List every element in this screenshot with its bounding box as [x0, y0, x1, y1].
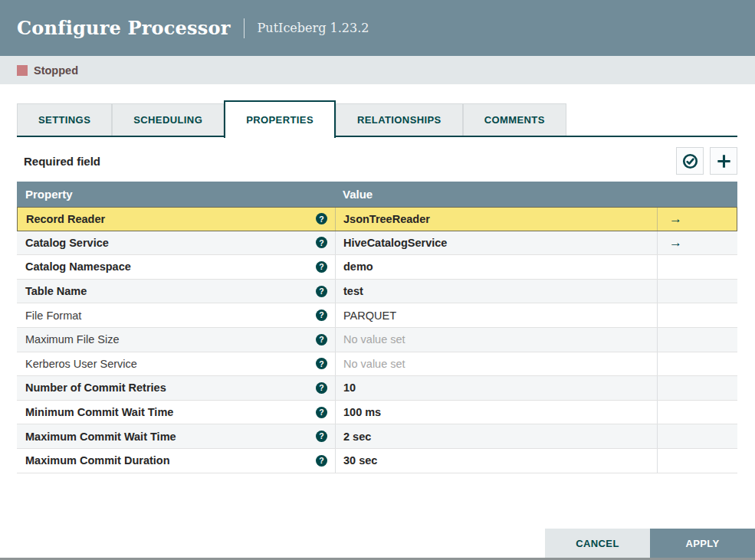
table-row[interactable]: Kerberos User Service?No value set [17, 352, 737, 377]
property-name: Number of Commit Retries [25, 382, 166, 394]
goto-cell [657, 255, 737, 279]
help-icon[interactable]: ? [316, 261, 327, 273]
goto-cell [657, 352, 737, 376]
properties-table: Property Value Record Reader?JsonTreeRea… [17, 182, 737, 473]
go-to-service-icon[interactable]: → [669, 212, 682, 225]
property-value[interactable]: HiveCatalogService [335, 231, 657, 255]
property-value[interactable]: 10 [335, 376, 657, 400]
property-name: Record Reader [26, 213, 105, 225]
processor-name-version: PutIceberg 1.23.2 [258, 21, 369, 35]
add-property-button[interactable] [710, 147, 737, 175]
property-cell: Catalog Service? [17, 231, 335, 255]
goto-cell [657, 280, 737, 303]
property-value[interactable]: No value set [335, 352, 657, 376]
table-row[interactable]: Catalog Service?HiveCatalogService→ [17, 231, 737, 256]
property-name: File Format [25, 309, 81, 322]
tab-comments[interactable]: COMMENTS [463, 103, 566, 136]
goto-cell [657, 424, 737, 448]
property-cell: File Format? [17, 303, 335, 327]
property-value[interactable]: PARQUET [335, 303, 657, 327]
table-row[interactable]: Maximum Commit Duration?30 sec [17, 449, 737, 473]
required-field-label: Required field [24, 155, 100, 168]
property-name: Catalog Service [25, 237, 109, 249]
property-cell: Record Reader? [18, 208, 335, 231]
goto-cell: → [657, 208, 737, 231]
property-value[interactable]: JsonTreeReader [335, 208, 657, 231]
help-icon[interactable]: ? [316, 237, 327, 248]
property-cell: Minimum Commit Wait Time? [17, 401, 335, 424]
property-name: Kerberos User Service [25, 358, 137, 370]
cancel-button[interactable]: CANCEL [545, 529, 650, 558]
property-cell: Maximum Commit Wait Time? [17, 424, 335, 448]
property-name: Maximum Commit Duration [25, 454, 170, 467]
table-row[interactable]: Catalog Namespace?demo [17, 255, 737, 280]
dialog-header: Configure Processor PutIceberg 1.23.2 [0, 0, 755, 56]
dialog-footer: CANCEL APPLY [545, 529, 755, 558]
title-divider [244, 18, 245, 38]
property-name: Minimum Commit Wait Time [25, 406, 173, 418]
help-icon[interactable]: ? [316, 431, 327, 442]
go-to-service-icon[interactable]: → [669, 236, 682, 249]
properties-toolbar: Required field [17, 147, 737, 175]
help-icon[interactable]: ? [316, 382, 327, 394]
help-icon[interactable]: ? [316, 286, 327, 297]
help-icon[interactable]: ? [316, 455, 327, 467]
table-row[interactable]: File Format?PARQUET [17, 303, 737, 328]
stopped-square-icon [17, 65, 28, 76]
help-icon[interactable]: ? [316, 334, 327, 345]
help-icon[interactable]: ? [316, 309, 327, 321]
table-row[interactable]: Table Name?test [17, 280, 737, 304]
configure-processor-dialog: Configure Processor PutIceberg 1.23.2 St… [0, 0, 755, 473]
property-name: Table Name [25, 285, 87, 297]
table-body: Record Reader?JsonTreeReader→Catalog Ser… [17, 207, 737, 473]
property-value[interactable]: demo [335, 255, 657, 279]
goto-cell [657, 328, 737, 352]
table-header-row: Property Value [17, 182, 737, 207]
table-row[interactable]: Record Reader?JsonTreeReader→ [17, 207, 737, 231]
tab-properties[interactable]: PROPERTIES [224, 100, 336, 138]
property-value[interactable]: 2 sec [335, 424, 657, 448]
tab-bar: SETTINGSSCHEDULINGPROPERTIESRELATIONSHIP… [17, 100, 737, 138]
tab-relationships[interactable]: RELATIONSHIPS [336, 103, 463, 136]
table-row[interactable]: Maximum File Size?No value set [17, 328, 737, 352]
tab-scheduling[interactable]: SCHEDULING [112, 103, 224, 136]
property-cell: Maximum File Size? [17, 328, 335, 352]
property-cell: Table Name? [17, 280, 335, 303]
goto-cell [657, 401, 737, 424]
property-cell: Maximum Commit Duration? [17, 449, 335, 473]
toolbar-buttons [676, 147, 737, 175]
dialog-title: Configure Processor [17, 17, 231, 39]
table-row[interactable]: Minimum Commit Wait Time?100 ms [17, 401, 737, 425]
property-cell: Catalog Namespace? [17, 255, 335, 279]
goto-cell [657, 449, 737, 473]
property-cell: Kerberos User Service? [17, 352, 335, 376]
table-row[interactable]: Number of Commit Retries?10 [17, 376, 737, 401]
goto-cell [657, 376, 737, 400]
table-row[interactable]: Maximum Commit Wait Time?2 sec [17, 424, 737, 449]
property-value[interactable]: test [335, 280, 657, 303]
status-bar: Stopped [0, 56, 755, 84]
column-header-value: Value [335, 188, 657, 201]
property-cell: Number of Commit Retries? [17, 376, 335, 400]
property-name: Catalog Namespace [25, 260, 131, 273]
check-circle-icon [681, 152, 699, 170]
help-icon[interactable]: ? [316, 213, 327, 224]
plus-icon [715, 152, 733, 170]
status-label: Stopped [34, 64, 78, 77]
property-value[interactable]: No value set [335, 328, 657, 352]
tab-settings[interactable]: SETTINGS [17, 103, 112, 136]
goto-cell: → [657, 231, 737, 255]
property-name: Maximum File Size [25, 333, 119, 345]
apply-button[interactable]: APPLY [650, 529, 755, 558]
property-name: Maximum Commit Wait Time [25, 431, 176, 443]
goto-cell [657, 303, 737, 327]
property-value[interactable]: 100 ms [335, 401, 657, 424]
column-header-property: Property [17, 188, 335, 201]
help-icon[interactable]: ? [316, 358, 327, 369]
help-icon[interactable]: ? [316, 407, 327, 418]
verify-properties-button[interactable] [676, 147, 704, 175]
property-value[interactable]: 30 sec [335, 449, 657, 473]
